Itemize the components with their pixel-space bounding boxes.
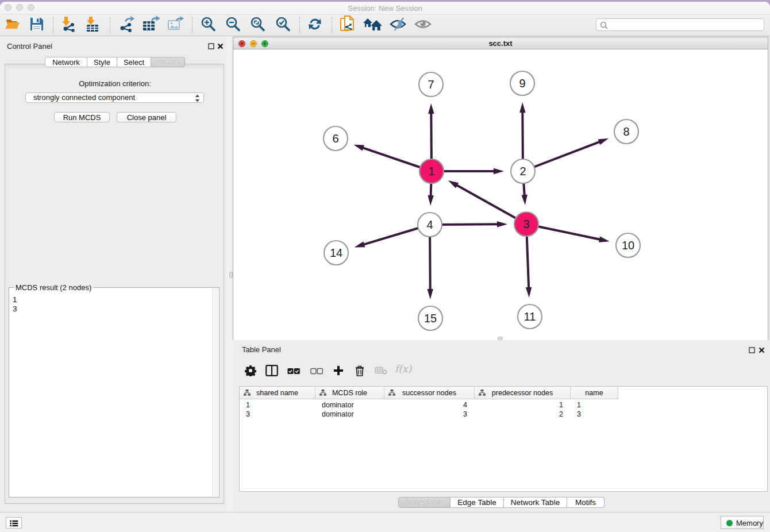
graph-edge-arrowhead (428, 195, 433, 206)
task-history-button[interactable] (6, 517, 22, 529)
table-cell[interactable]: 1 (475, 400, 571, 410)
graph-edge-arrowhead (526, 287, 532, 298)
export-network-icon[interactable] (118, 16, 136, 35)
float-panel-icon[interactable] (208, 41, 214, 52)
gear-icon[interactable] (245, 365, 256, 379)
namespace-icon (479, 390, 486, 396)
graph-edge-arrowhead (598, 138, 609, 145)
graph-node-label: 3 (523, 218, 529, 230)
search-input[interactable] (610, 20, 760, 30)
column-header-label: predecessor nodes (492, 389, 553, 397)
refresh-icon[interactable] (307, 16, 323, 34)
home-icon[interactable] (363, 17, 383, 34)
column-header-label: name (585, 389, 603, 397)
graph-edge-arrowhead (599, 236, 610, 242)
delete-column-icon[interactable] (355, 365, 365, 379)
mcds-panel: Optimization criterion: strongly connect… (5, 64, 224, 504)
graph-edge-arrowhead (427, 289, 433, 299)
tab-select[interactable]: Select (117, 57, 151, 67)
graph-node-label: 2 (519, 165, 526, 178)
column-header-name[interactable]: name (571, 387, 618, 399)
zoom-in-icon[interactable] (200, 16, 216, 34)
hide-selected-icon[interactable] (389, 17, 407, 34)
import-network-icon[interactable] (60, 16, 76, 34)
save-session-icon[interactable] (29, 17, 44, 34)
deselect-all-icon[interactable] (310, 367, 323, 377)
select-all-icon[interactable] (287, 367, 300, 377)
toolbar-separator (192, 17, 192, 33)
table-header-row: shared nameMCDS rolesuccessor nodesprede… (240, 387, 618, 399)
network-window-titlebar[interactable]: scc.txt (233, 37, 768, 49)
table-cell[interactable]: 1 (571, 400, 618, 410)
network-window-title: scc.txt (233, 39, 768, 48)
column-header-predecessor-nodes[interactable]: predecessor nodes (475, 387, 571, 399)
close-panel-icon[interactable] (759, 345, 765, 356)
show-selected-icon[interactable] (414, 17, 432, 33)
search-box[interactable] (596, 18, 764, 31)
column-header-label: successor nodes (402, 389, 456, 397)
network-canvas[interactable]: 1234678910111415 (233, 50, 768, 340)
column-header-MCDS-role[interactable]: MCDS role (315, 387, 384, 399)
import-table-icon[interactable] (84, 16, 101, 34)
close-panel-button[interactable]: Close panel (117, 112, 176, 122)
close-panel-icon[interactable] (217, 41, 224, 52)
split-view-icon[interactable] (265, 365, 278, 379)
table-cell[interactable]: 2 (475, 410, 571, 419)
memory-button[interactable]: Memory (721, 516, 764, 529)
table-cell[interactable]: 4 (384, 400, 475, 410)
criterion-select[interactable]: strongly connected component (25, 92, 204, 103)
duplicate-network-icon[interactable] (339, 15, 356, 36)
float-panel-icon[interactable] (749, 345, 755, 356)
graph-node-label: 14 (330, 246, 342, 259)
horizontal-splitter-grip[interactable] (498, 337, 503, 340)
mcds-result-scrollbar[interactable] (212, 288, 218, 496)
table-row[interactable]: 1dominator411 (240, 400, 618, 410)
main-toolbar (0, 15, 770, 36)
export-table-icon[interactable] (142, 16, 160, 35)
graph-node-label: 9 (519, 77, 525, 90)
open-session-icon[interactable] (5, 17, 21, 34)
table-row[interactable]: 3dominator323 (240, 410, 618, 419)
tab-node-table[interactable]: Node Table (398, 497, 451, 508)
column-header-successor-nodes[interactable]: successor nodes (384, 387, 475, 399)
add-column-icon[interactable] (333, 365, 344, 378)
table-tabs: Node Table Edge Table Network Table Moti… (398, 497, 605, 508)
table-cell[interactable]: dominator (315, 410, 384, 419)
search-icon (600, 21, 609, 30)
column-header-shared-name[interactable]: shared name (240, 387, 315, 399)
table-panel: Table Panel (233, 341, 770, 512)
graph-edge-arrowhead (428, 103, 434, 114)
table-cell[interactable]: 3 (571, 410, 618, 419)
tab-style[interactable]: Style (87, 57, 117, 67)
table-cell[interactable]: 1 (240, 400, 315, 410)
delete-table-icon[interactable] (375, 367, 387, 377)
zoom-out-icon[interactable] (225, 16, 241, 34)
table-cell[interactable]: 3 (384, 410, 475, 419)
control-panel: Control Panel Network Style Select MCDS … (0, 36, 227, 512)
graph-edge-arrowhead (353, 145, 364, 151)
table-cell[interactable]: dominator (315, 400, 384, 410)
export-image-icon[interactable] (167, 16, 185, 35)
tab-network[interactable]: Network (45, 57, 87, 67)
toolbar-separator (110, 17, 110, 33)
run-mcds-button[interactable]: Run MCDS (54, 112, 110, 122)
mcds-result-list: 1 3 (13, 295, 17, 314)
zoom-selected-icon[interactable] (275, 16, 291, 34)
table-cell[interactable]: 3 (240, 410, 315, 419)
toolbar-separator (299, 17, 300, 33)
task-list-icon (10, 520, 18, 527)
graph-node-label: 4 (426, 218, 433, 231)
zoom-fit-icon[interactable] (249, 16, 265, 34)
mcds-result-group: MCDS result (2 nodes) 1 3 (9, 287, 220, 498)
network-window: scc.txt 1234678910111415 (233, 37, 768, 340)
tab-motifs[interactable]: Motifs (567, 497, 605, 508)
namespace-icon (388, 390, 395, 396)
window-title: Session: New Session (0, 4, 770, 13)
memory-label: Memory (736, 519, 763, 527)
tab-mcds[interactable]: MCDS (151, 57, 185, 67)
tab-network-table[interactable]: Network Table (504, 497, 567, 508)
node-table: shared nameMCDS rolesuccessor nodesprede… (239, 386, 768, 492)
mcds-result-title: MCDS result (2 nodes) (14, 283, 93, 292)
tab-edge-table[interactable]: Edge Table (451, 497, 504, 508)
graph-node-label: 6 (332, 132, 338, 145)
